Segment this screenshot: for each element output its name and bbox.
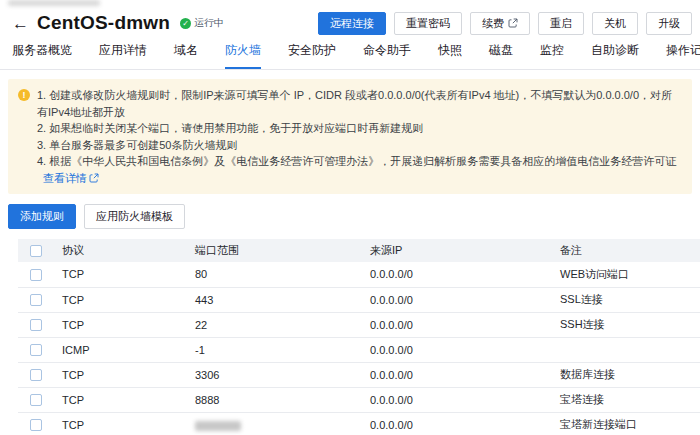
rule-row: TCP33060.0.0.0/0数据库连接 bbox=[18, 362, 700, 387]
rule-protocol: TCP bbox=[62, 312, 195, 337]
notice-line: 1. 创建或修改防火墙规则时，限制IP来源可填写单个 IP，CIDR 段或者0.… bbox=[37, 87, 680, 120]
apply-firewall-template-button[interactable]: 应用防火墙模板 bbox=[84, 204, 185, 229]
rule-remark: SSH连接 bbox=[560, 312, 700, 337]
table-header-row: 协议 端口范围 来源IP 备注 bbox=[18, 239, 700, 262]
rule-protocol: ICMP bbox=[62, 337, 195, 362]
rule-protocol: TCP bbox=[62, 362, 195, 387]
tab-1[interactable]: 应用详情 bbox=[99, 42, 147, 69]
rule-row: TCP88880.0.0.0/0宝塔连接 bbox=[18, 387, 700, 412]
row-checkbox[interactable] bbox=[30, 394, 42, 406]
warning-icon: ! bbox=[18, 89, 30, 101]
tab-7[interactable]: 磁盘 bbox=[489, 42, 513, 69]
page-title: CentOS-dmwn bbox=[37, 12, 170, 34]
running-check-icon: ✓ bbox=[180, 18, 191, 29]
add-rule-button[interactable]: 添加规则 bbox=[8, 204, 76, 229]
tab-6[interactable]: 快照 bbox=[438, 42, 462, 69]
page-header: ← CentOS-dmwn ✓ 运行中 远程连接 重置密码 续费 重启 关机 升… bbox=[0, 0, 700, 34]
rule-protocol: TCP bbox=[62, 287, 195, 312]
rule-port-range: -1 bbox=[195, 337, 370, 362]
rule-source-ip: 0.0.0.0/0 bbox=[370, 287, 560, 312]
column-header-remark: 备注 bbox=[560, 239, 700, 262]
tab-bar: 服务器概览应用详情域名防火墙安全防护命令助手快照磁盘监控自助诊断操作记录 bbox=[0, 43, 700, 70]
rule-port-range: 8888 bbox=[195, 387, 370, 412]
rule-row: TCP800.0.0.0/0WEB访问端口 bbox=[18, 262, 700, 287]
external-link-icon bbox=[508, 18, 518, 28]
rule-port-range bbox=[195, 412, 370, 435]
view-details-link[interactable]: 查看详情 bbox=[43, 170, 99, 187]
tab-4[interactable]: 安全防护 bbox=[288, 42, 336, 69]
row-checkbox[interactable] bbox=[30, 369, 42, 381]
back-arrow-icon[interactable]: ← bbox=[12, 15, 29, 32]
header-actions: 远程连接 重置密码 续费 重启 关机 升级 bbox=[318, 12, 692, 35]
tab-2[interactable]: 域名 bbox=[174, 42, 198, 69]
renew-button[interactable]: 续费 bbox=[470, 12, 530, 35]
row-checkbox[interactable] bbox=[30, 294, 42, 306]
rule-remark: 数据库连接 bbox=[560, 362, 700, 387]
tab-10[interactable]: 操作记录 bbox=[666, 42, 700, 69]
tab-firewall[interactable]: 防火墙 bbox=[225, 42, 261, 69]
status-badge: ✓ 运行中 bbox=[180, 16, 224, 30]
row-checkbox[interactable] bbox=[30, 419, 42, 431]
renew-label: 续费 bbox=[482, 16, 504, 31]
rule-source-ip: 0.0.0.0/0 bbox=[370, 312, 560, 337]
rule-source-ip: 0.0.0.0/0 bbox=[370, 262, 560, 287]
tab-0[interactable]: 服务器概览 bbox=[12, 42, 72, 69]
row-checkbox[interactable] bbox=[30, 319, 42, 331]
rule-source-ip: 0.0.0.0/0 bbox=[370, 337, 560, 362]
tab-9[interactable]: 自助诊断 bbox=[591, 42, 639, 69]
column-header-protocol: 协议 bbox=[62, 239, 195, 262]
rule-row: TCP220.0.0.0/0SSH连接 bbox=[18, 312, 700, 337]
server-detail-page: ← CentOS-dmwn ✓ 运行中 远程连接 重置密码 续费 重启 关机 升… bbox=[0, 0, 700, 435]
rule-remark: 宝塔连接 bbox=[560, 387, 700, 412]
shutdown-button[interactable]: 关机 bbox=[592, 12, 638, 35]
rule-port-range: 80 bbox=[195, 262, 370, 287]
column-header-port-range: 端口范围 bbox=[195, 239, 370, 262]
rule-row: ICMP-10.0.0.0/0 bbox=[18, 337, 700, 362]
tab-8[interactable]: 监控 bbox=[540, 42, 564, 69]
external-link-icon bbox=[89, 173, 99, 183]
notice-banner: ! 1. 创建或修改防火墙规则时，限制IP来源可填写单个 IP，CIDR 段或者… bbox=[8, 79, 692, 194]
rule-remark: WEB访问端口 bbox=[560, 262, 700, 287]
upgrade-button[interactable]: 升级 bbox=[646, 12, 692, 35]
rule-protocol: TCP bbox=[62, 262, 195, 287]
rule-remark bbox=[560, 337, 700, 362]
rule-port-range: 22 bbox=[195, 312, 370, 337]
notice-text: 1. 创建或修改防火墙规则时，限制IP来源可填写单个 IP，CIDR 段或者0.… bbox=[37, 87, 680, 186]
reset-password-button[interactable]: 重置密码 bbox=[394, 12, 462, 35]
remote-connect-button[interactable]: 远程连接 bbox=[318, 12, 386, 35]
port-redacted bbox=[195, 421, 241, 431]
rule-protocol: TCP bbox=[62, 387, 195, 412]
notice-line: 3. 单台服务器最多可创建50条防火墙规则 bbox=[37, 137, 680, 154]
rule-port-range: 443 bbox=[195, 287, 370, 312]
rule-source-ip: 0.0.0.0/0 bbox=[370, 362, 560, 387]
rule-source-ip: 0.0.0.0/0 bbox=[370, 412, 560, 435]
rule-row: TCP4430.0.0.0/0SSL连接 bbox=[18, 287, 700, 312]
status-label: 运行中 bbox=[194, 16, 224, 30]
firewall-rules-table: 协议 端口范围 来源IP 备注 TCP800.0.0.0/0WEB访问端口TCP… bbox=[0, 239, 700, 435]
row-checkbox[interactable] bbox=[30, 269, 42, 281]
reboot-button[interactable]: 重启 bbox=[538, 12, 584, 35]
row-checkbox[interactable] bbox=[30, 344, 42, 356]
notice-line: 2. 如果想临时关闭某个端口，请使用禁用功能，免于开放对应端口时再新建规则 bbox=[37, 120, 680, 137]
tab-5[interactable]: 命令助手 bbox=[363, 42, 411, 69]
column-header-source-ip: 来源IP bbox=[370, 239, 560, 262]
rule-source-ip: 0.0.0.0/0 bbox=[370, 387, 560, 412]
rule-remark: SSL连接 bbox=[560, 287, 700, 312]
rule-port-range: 3306 bbox=[195, 362, 370, 387]
breadcrumb-redacted bbox=[8, 0, 100, 6]
rules-toolbar: 添加规则 应用防火墙模板 bbox=[8, 204, 700, 229]
rule-protocol: TCP bbox=[62, 412, 195, 435]
rule-remark: 宝塔新连接端口 bbox=[560, 412, 700, 435]
select-all-checkbox[interactable] bbox=[30, 245, 42, 257]
notice-line: 4. 根据《中华人民共和国电信条例》及《电信业务经营许可管理办法》，开展递归解析… bbox=[37, 153, 680, 186]
rule-row: TCP0.0.0.0/0宝塔新连接端口 bbox=[18, 412, 700, 435]
